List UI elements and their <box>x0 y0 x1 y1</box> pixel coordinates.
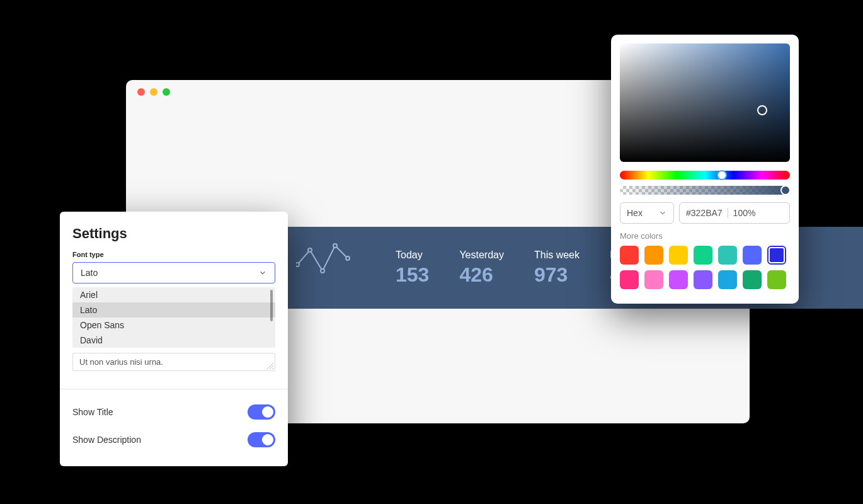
svg-point-1 <box>308 248 312 252</box>
font-option-opensans[interactable]: Open Sans <box>72 318 275 333</box>
svg-point-3 <box>333 244 337 248</box>
color-gradient-area[interactable] <box>620 43 790 162</box>
swatch-row-1 <box>620 246 790 265</box>
color-format-value: Hex <box>627 208 643 218</box>
sparkline-icon <box>296 243 353 280</box>
font-type-label: Font type <box>72 251 275 258</box>
opacity-slider[interactable] <box>620 186 790 195</box>
settings-panel: Settings Font type Lato Ariel Lato Open … <box>60 212 288 466</box>
show-description-toggle[interactable] <box>248 432 275 447</box>
color-picker-panel: Hex #322BA7 100% More colors <box>611 35 799 304</box>
divider <box>728 208 728 218</box>
maximize-window-icon[interactable] <box>163 88 170 96</box>
description-textarea[interactable]: Ut non varius nisi urna. <box>72 353 275 371</box>
color-swatch[interactable] <box>669 246 688 265</box>
svg-point-4 <box>346 256 350 260</box>
show-description-label: Show Description <box>72 435 141 445</box>
svg-point-2 <box>321 269 324 273</box>
stat-value: 973 <box>534 263 580 287</box>
font-type-selected-value: Lato <box>81 268 98 278</box>
more-colors-label: More colors <box>620 231 790 241</box>
swatch-row-2 <box>620 270 790 289</box>
show-title-row: Show Title <box>72 398 275 426</box>
font-option-david[interactable]: David <box>72 333 275 348</box>
dropdown-scrollbar[interactable] <box>270 290 273 321</box>
hue-slider[interactable] <box>620 171 790 180</box>
color-swatch[interactable] <box>718 246 737 265</box>
color-swatch[interactable] <box>669 270 688 289</box>
color-swatch[interactable] <box>694 246 712 265</box>
show-description-row: Show Description <box>72 426 275 454</box>
color-swatch[interactable] <box>743 270 762 289</box>
font-option-lato[interactable]: Lato <box>72 302 275 318</box>
svg-point-0 <box>296 263 299 266</box>
color-swatch[interactable] <box>694 270 712 289</box>
stat-value: 153 <box>396 263 429 287</box>
color-swatch[interactable] <box>743 246 762 265</box>
close-window-icon[interactable] <box>137 88 145 96</box>
color-swatch[interactable] <box>767 246 786 265</box>
color-value-input[interactable]: #322BA7 100% <box>679 202 790 224</box>
color-swatch[interactable] <box>620 246 639 265</box>
stat-yesterday: Yesterday 426 <box>459 249 504 287</box>
gradient-cursor[interactable] <box>757 105 767 115</box>
color-swatch[interactable] <box>644 246 663 265</box>
stat-label: Yesterday <box>459 249 504 261</box>
font-option-ariel[interactable]: Ariel <box>72 287 275 302</box>
chevron-down-icon <box>658 209 667 217</box>
toggle-knob <box>262 406 273 418</box>
show-title-toggle[interactable] <box>248 404 275 420</box>
color-swatch[interactable] <box>767 270 786 289</box>
opacity-slider-handle[interactable] <box>780 185 791 195</box>
opacity-value: 100% <box>733 208 756 218</box>
stat-today: Today 153 <box>396 249 429 287</box>
stat-value: 426 <box>459 263 504 287</box>
settings-title: Settings <box>72 226 275 242</box>
font-type-dropdown: Ariel Lato Open Sans David <box>72 287 275 348</box>
stat-this-week: This week 973 <box>534 249 580 287</box>
color-format-select[interactable]: Hex <box>620 202 674 224</box>
stat-label: Today <box>396 249 429 261</box>
color-swatch[interactable] <box>620 270 639 289</box>
color-swatch[interactable] <box>718 270 737 289</box>
toggle-knob <box>262 434 273 445</box>
stat-label: This week <box>534 249 580 261</box>
chevron-down-icon <box>258 268 267 277</box>
color-swatch[interactable] <box>644 270 663 289</box>
font-type-select[interactable]: Lato <box>72 262 275 284</box>
resize-handle-icon[interactable] <box>267 363 273 369</box>
show-title-label: Show Title <box>72 407 113 417</box>
minimize-window-icon[interactable] <box>150 88 157 96</box>
hex-value: #322BA7 <box>686 208 723 218</box>
description-value: Ut non varius nisi urna. <box>79 357 163 367</box>
hue-slider-handle[interactable] <box>717 170 727 180</box>
